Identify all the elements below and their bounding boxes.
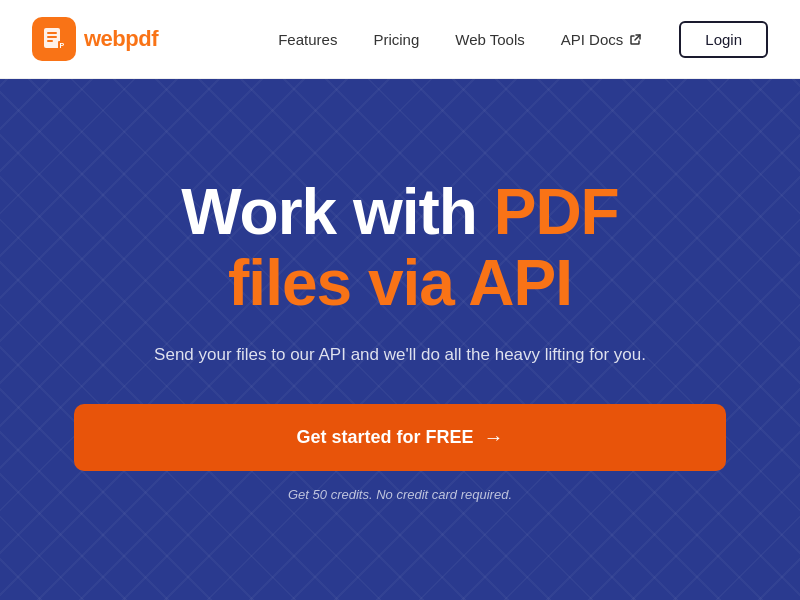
hero-section: Work with PDF files via API Send your fi… [0, 79, 800, 600]
logo[interactable]: P webpdf [32, 17, 158, 61]
cta-button-label: Get started for FREE [296, 427, 473, 448]
svg-rect-3 [47, 40, 53, 42]
nav-web-tools[interactable]: Web Tools [455, 31, 525, 48]
navbar: P webpdf Features Pricing Web Tools API … [0, 0, 800, 79]
cta-button[interactable]: Get started for FREE → [74, 404, 726, 471]
svg-rect-1 [47, 32, 57, 34]
login-button[interactable]: Login [679, 21, 768, 58]
arrow-icon: → [484, 426, 504, 449]
logo-icon: P [32, 17, 76, 61]
svg-rect-2 [47, 36, 57, 38]
logo-text: webpdf [84, 26, 158, 52]
nav-links: Features Pricing Web Tools API Docs Logi… [278, 21, 768, 58]
nav-features[interactable]: Features [278, 31, 337, 48]
hero-subtitle: Send your files to our API and we'll do … [74, 342, 726, 368]
nav-pricing[interactable]: Pricing [373, 31, 419, 48]
external-link-icon [627, 31, 643, 47]
hero-title: Work with PDF files via API [74, 177, 726, 318]
nav-api-docs[interactable]: API Docs [561, 31, 644, 48]
hero-content: Work with PDF files via API Send your fi… [50, 177, 750, 501]
svg-text:P: P [60, 42, 65, 49]
cta-note: Get 50 credits. No credit card required. [74, 487, 726, 502]
